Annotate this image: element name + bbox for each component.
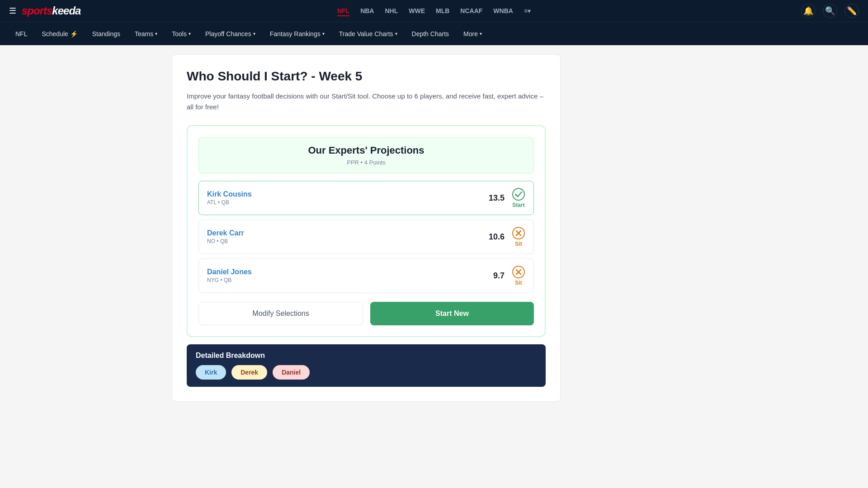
sit-x-icon-derek [512,226,525,240]
sec-nav-playoff[interactable]: Playoff Chances ▾ [199,28,262,40]
breakdown-player-derek[interactable]: Derek [231,365,267,380]
breakdown-player-daniel[interactable]: Daniel [273,365,310,380]
sport-tab-wnba[interactable]: WNBA [493,5,513,16]
status-badge-daniel: Sit [512,265,525,286]
sec-nav-standings[interactable]: Standings [86,28,127,40]
more-sports[interactable]: ≡▾ [524,7,531,14]
player-name-kirk[interactable]: Kirk Cousins [207,190,252,198]
player-team-daniel: NYG • QB [207,277,252,283]
page-title: Who Should I Start? - Week 5 [187,69,546,84]
projections-card: Our Experts' Projections PPR • 4 Points … [187,125,546,337]
svg-point-0 [513,188,524,200]
projections-subtitle: PPR • 4 Points [206,159,526,166]
playoff-chevron: ▾ [253,31,255,36]
status-badge-derek: Sit [512,226,525,247]
sport-tab-nfl[interactable]: NFL [337,5,349,16]
player-name-derek[interactable]: Derek Carr [207,229,244,237]
player-team-derek: NO • QB [207,238,244,244]
trade-chevron: ▾ [395,31,397,36]
notification-icon[interactable]: 🔔 [801,4,816,18]
breakdown-player-kirk[interactable]: Kirk [196,365,226,380]
secondary-nav: NFL Schedule ⚡ Standings Teams ▾ Tools ▾… [0,22,868,45]
player-row-derek: Derek Carr NO • QB 10.6 Sit [198,220,534,254]
sport-tab-mlb[interactable]: MLB [436,5,449,16]
brand-logo[interactable]: sportskeeda [22,5,80,17]
status-badge-kirk: Start [512,188,525,208]
player-name-daniel[interactable]: Daniel Jones [207,268,252,276]
player-info-daniel: Daniel Jones NYG • QB [207,268,252,283]
projections-header: Our Experts' Projections PPR • 4 Points [198,137,534,174]
sec-nav-schedule[interactable]: Schedule ⚡ [35,28,84,40]
fantasy-chevron: ▾ [322,31,325,36]
breakdown-title: Detailed Breakdown [196,352,537,360]
player-info-kirk: Kirk Cousins ATL • QB [207,190,252,206]
status-label-daniel: Sit [515,280,522,286]
sport-tab-nba[interactable]: NBA [360,5,374,16]
breakdown-section: Detailed Breakdown Kirk Derek Daniel [187,344,546,387]
status-label-kirk: Start [512,202,524,208]
start-new-button[interactable]: Start New [370,302,534,325]
sec-nav-nfl[interactable]: NFL [9,28,33,40]
sec-nav-depth[interactable]: Depth Charts [406,28,455,40]
player-row-kirk: Kirk Cousins ATL • QB 13.5 Start [198,181,534,215]
top-nav: ☰ sportskeeda NFL NBA NHL WWE MLB NCAAF … [0,0,868,22]
sport-tab-nhl[interactable]: NHL [385,5,398,16]
logo-text: sports [22,5,52,17]
player-score-kirk: 13.5 [489,193,505,203]
more-chevron: ▾ [480,31,482,36]
action-buttons: Modify Selections Start New [198,302,534,325]
player-right-daniel: 9.7 Sit [493,265,525,286]
sport-tabs: NFL NBA NHL WWE MLB NCAAF WNBA ≡▾ [337,5,531,16]
teams-chevron: ▾ [155,31,157,36]
player-right-kirk: 13.5 Start [489,188,525,208]
player-team-kirk: ATL • QB [207,199,252,206]
player-score-daniel: 9.7 [493,271,505,281]
search-icon[interactable]: 🔍 [823,4,837,18]
sec-nav-tools[interactable]: Tools ▾ [165,28,197,40]
sec-nav-teams[interactable]: Teams ▾ [128,28,164,40]
sit-x-icon-daniel [512,265,525,279]
edit-icon[interactable]: ✏️ [844,4,859,18]
player-right-derek: 10.6 Sit [489,226,525,247]
modify-selections-button[interactable]: Modify Selections [198,302,363,325]
hamburger-icon[interactable]: ☰ [9,6,16,16]
tools-chevron: ▾ [189,31,191,36]
sidebar [570,54,696,402]
top-nav-icons: 🔔 🔍 ✏️ [801,4,859,18]
projections-title: Our Experts' Projections [206,145,526,156]
start-check-icon [512,188,525,201]
page-content: Who Should I Start? - Week 5 Improve you… [163,45,705,411]
sec-nav-more[interactable]: More ▾ [457,28,488,40]
main-card: Who Should I Start? - Week 5 Improve you… [172,54,561,402]
page-description: Improve your fantasy football decisions … [187,91,546,113]
player-row-daniel: Daniel Jones NYG • QB 9.7 Sit [198,258,534,293]
sport-tab-ncaaf[interactable]: NCAAF [460,5,482,16]
player-score-derek: 10.6 [489,232,505,242]
breakdown-players: Kirk Derek Daniel [196,365,537,380]
player-info-derek: Derek Carr NO • QB [207,229,244,244]
sec-nav-fantasy[interactable]: Fantasy Rankings ▾ [264,28,331,40]
logo-text2: keeda [52,5,80,17]
sport-tab-wwe[interactable]: WWE [409,5,425,16]
sec-nav-trade[interactable]: Trade Value Charts ▾ [333,28,404,40]
status-label-derek: Sit [515,241,522,247]
